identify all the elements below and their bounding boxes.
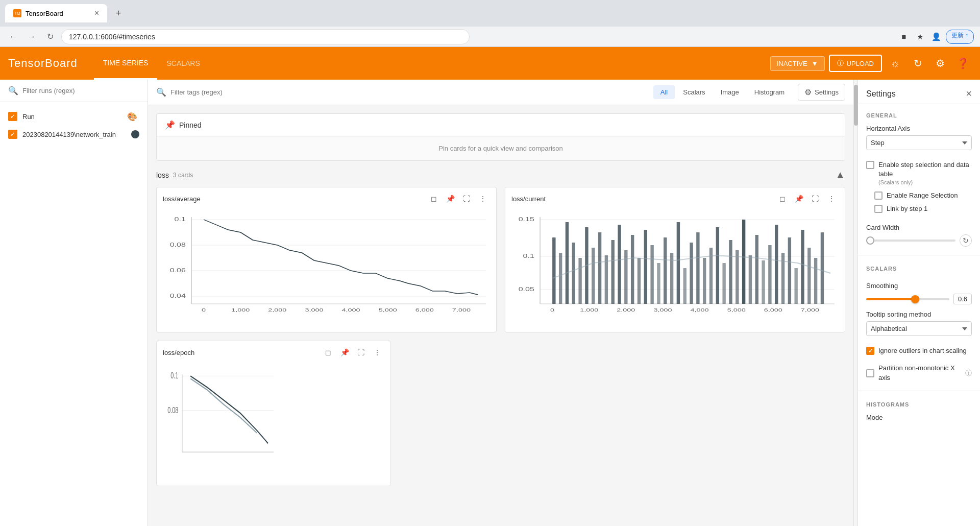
settings-panel-btn[interactable]: ⚙ Settings — [798, 84, 845, 101]
run-item[interactable]: ✓ Run 🎨 — [0, 106, 148, 127]
svg-text:0.04: 0.04 — [170, 293, 186, 299]
svg-rect-47 — [638, 258, 641, 304]
chart-expand-btn-average[interactable]: ◻ — [427, 192, 441, 206]
chart-fullscreen-btn-average[interactable]: ⛶ — [459, 192, 474, 206]
browser-tab[interactable]: TB TensorBoard × — [5, 4, 107, 22]
svg-rect-40 — [592, 248, 595, 304]
enable-step-label-group: Enable step selection and data table (Sc… — [878, 160, 972, 187]
app-header: TensorBoard TIME SERIES SCALARS INACTIVE… — [0, 47, 980, 80]
run-color-btn-1[interactable]: 🎨 — [125, 109, 139, 124]
ignore-outliers-checkmark: ✓ — [868, 348, 873, 354]
settings-close-btn[interactable]: × — [966, 88, 972, 100]
chart-title-current: loss/current — [511, 195, 773, 203]
tab-scalars[interactable]: Scalars — [676, 85, 712, 99]
upload-button[interactable]: ⓘ UPLOAD — [829, 55, 882, 72]
loss-section-count: 3 cards — [173, 172, 193, 179]
bookmark-icon[interactable]: ★ — [913, 30, 927, 44]
refresh-icon[interactable]: ↻ — [909, 54, 927, 73]
chart-expand-btn-epoch[interactable]: ◻ — [321, 345, 335, 360]
chart-expand-btn-current[interactable]: ◻ — [775, 192, 790, 206]
card-width-reset-btn[interactable]: ↻ — [960, 234, 972, 247]
svg-text:0.1: 0.1 — [523, 253, 534, 259]
partition-x-help-icon[interactable]: ⓘ — [965, 369, 972, 378]
svg-rect-34 — [552, 237, 555, 304]
reload-button[interactable]: ↻ — [43, 30, 57, 44]
chart-pin-btn-epoch[interactable]: 📌 — [337, 345, 352, 360]
run-item-2[interactable]: ✓ 20230820144139\network_train — [0, 127, 148, 142]
chart-fullscreen-btn-epoch[interactable]: ⛶ — [354, 345, 368, 360]
scrollbar-thumb[interactable] — [854, 85, 858, 126]
chart-menu-btn-epoch[interactable]: ⋮ — [370, 345, 384, 360]
svg-rect-43 — [611, 240, 615, 304]
help-icon[interactable]: ❓ — [953, 54, 972, 73]
dropdown-arrow-icon: ▼ — [812, 60, 818, 67]
enable-step-checkbox[interactable] — [866, 161, 874, 169]
tab-image[interactable]: Image — [714, 85, 746, 99]
enable-step-label: Enable step selection and data table — [878, 161, 969, 178]
chart-menu-btn-average[interactable]: ⋮ — [476, 192, 490, 206]
back-button[interactable]: ← — [6, 30, 20, 44]
svg-rect-36 — [566, 222, 569, 304]
profile-icon[interactable]: 👤 — [929, 30, 944, 44]
run-checkbox-1[interactable]: ✓ — [8, 112, 17, 121]
svg-text:0.06: 0.06 — [170, 268, 186, 273]
chart-fullscreen-btn-current[interactable]: ⛶ — [808, 192, 822, 206]
enable-range-checkbox[interactable] — [874, 192, 883, 200]
browser-nav: ← → ↻ 127.0.0.1:6006/#timeseries ■ ★ 👤 更… — [0, 27, 980, 47]
enable-range-label: Enable Range Selection — [887, 191, 958, 200]
tab-all[interactable]: All — [653, 85, 675, 99]
svg-text:0.08: 0.08 — [167, 405, 178, 415]
smoothing-row: Smoothing 0.6 — [858, 282, 980, 310]
svg-text:1,000: 1,000 — [231, 307, 250, 313]
svg-rect-44 — [618, 225, 621, 304]
svg-text:5,000: 5,000 — [727, 307, 746, 313]
tab-close-btn[interactable]: × — [94, 9, 99, 18]
chart-pin-btn-current[interactable]: 📌 — [792, 192, 806, 206]
svg-rect-46 — [631, 235, 634, 304]
chart-loss-current: loss/current ◻ 📌 ⛶ ⋮ 0.15 0.1 — [505, 187, 845, 332]
link-by-step-checkbox[interactable] — [874, 205, 883, 213]
chart-body-epoch: 0.1 0.08 — [157, 364, 390, 486]
run-name-1: Run — [22, 113, 120, 121]
ignore-outliers-checkbox[interactable]: ✓ — [866, 347, 874, 355]
tab-histogram[interactable]: Histogram — [747, 85, 792, 99]
svg-text:2,000: 2,000 — [268, 307, 286, 313]
loss-section-header: loss 3 cards ▲ — [156, 169, 845, 181]
svg-rect-49 — [650, 245, 653, 304]
run-color-dot-2 — [131, 130, 139, 138]
horizontal-axis-select[interactable]: Step Relative Wall — [866, 135, 972, 150]
settings-general-section: GENERAL Horizontal Axis Step Relative Wa… — [858, 104, 980, 160]
chart-menu-btn-current[interactable]: ⋮ — [824, 192, 839, 206]
settings-gear-icon[interactable]: ⚙ — [931, 54, 949, 73]
filter-tags-input[interactable] — [170, 88, 647, 96]
section-collapse-btn[interactable]: ▲ — [835, 169, 845, 181]
settings-panel-icon: ⚙ — [804, 87, 812, 97]
scrollbar[interactable] — [853, 80, 857, 526]
nav-time-series[interactable]: TIME SERIES — [94, 47, 158, 80]
theme-icon[interactable]: ☼ — [886, 54, 904, 73]
run-checkbox-2[interactable]: ✓ — [8, 130, 17, 139]
svg-rect-63 — [742, 220, 745, 304]
update-button[interactable]: 更新 ↑ — [946, 30, 974, 44]
svg-rect-74 — [814, 258, 817, 304]
tooltip-sorting-select[interactable]: Alphabetical Ascending Descending Defaul… — [866, 321, 972, 336]
partition-x-checkbox[interactable] — [866, 369, 874, 377]
mode-label: Mode — [866, 414, 972, 421]
header-right: INACTIVE ▼ ⓘ UPLOAD ☼ ↻ ⚙ ❓ — [770, 54, 972, 73]
smoothing-slider[interactable] — [866, 298, 949, 300]
svg-rect-42 — [605, 255, 608, 304]
address-bar[interactable]: 127.0.0.1:6006/#timeseries — [61, 29, 470, 44]
inactive-dropdown[interactable]: INACTIVE ▼ — [770, 56, 825, 71]
nav-scalars[interactable]: SCALARS — [157, 47, 209, 80]
forward-button[interactable]: → — [24, 30, 39, 44]
card-width-slider[interactable] — [866, 240, 955, 242]
settings-histograms-section: HISTOGRAMS Mode — [858, 393, 980, 428]
new-tab-button[interactable]: + — [111, 6, 126, 20]
svg-rect-55 — [690, 243, 693, 304]
browser-chrome: TB TensorBoard × + — [0, 0, 980, 27]
svg-rect-64 — [749, 255, 752, 304]
chart-pin-btn-average[interactable]: 📌 — [443, 192, 457, 206]
extension-icon[interactable]: ■ — [897, 30, 911, 44]
filter-bar: 🔍 All Scalars Image Histogram ⚙ Settings — [148, 80, 853, 105]
filter-runs-input[interactable] — [22, 87, 139, 94]
